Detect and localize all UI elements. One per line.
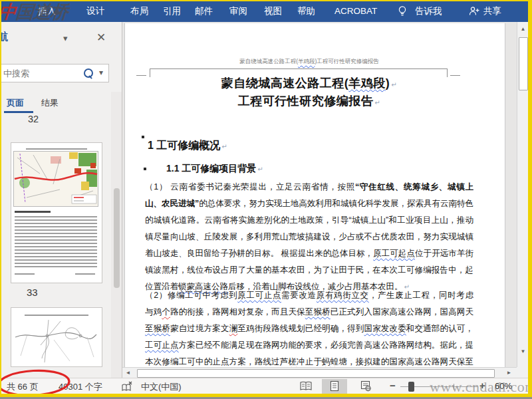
scroll-right-icon[interactable]: ► xyxy=(503,368,515,378)
text-run: 的城镇化道路。云南省将实施差别化的土地政策，引导“城镇上山”和工业项目上山，推动… xyxy=(145,215,473,229)
heading-1: 1 工可修编概况↵ xyxy=(148,139,227,153)
heading-1-1: 1.1 工可修编项目背景↵ xyxy=(166,163,263,175)
vertical-scrollbar[interactable]: ▲ ▼ xyxy=(517,22,529,367)
web-layout-icon xyxy=(360,380,372,392)
document-text-line: 工可止点方案已经不能满足现在路网功能的要求，必须完善高速公路路网结构。据此，提出 xyxy=(145,337,473,354)
text-run: 澜 xyxy=(229,324,238,333)
ribbon-tab-2[interactable]: 设计 xyxy=(86,0,104,22)
vertical-scrollbar-thumb[interactable] xyxy=(519,37,528,90)
text-run: 原工可起点 xyxy=(373,249,415,258)
map-figure xyxy=(13,151,98,207)
text-run: ，产生废止工程，同时考虑 xyxy=(369,291,473,300)
page-33-thumbnail[interactable] xyxy=(11,142,102,283)
ribbon-tab-5[interactable]: 邮件 xyxy=(195,0,213,22)
ribbon-tab-6[interactable]: 审阅 xyxy=(229,0,247,22)
nav-tab-results[interactable]: 结果 xyxy=(41,97,59,109)
nav-tab-pages-underline xyxy=(4,111,33,113)
language-status[interactable]: 中文(中国) xyxy=(141,381,182,393)
text-run: 镇波黑村，线位布设占用了大量的基本农田，为了让田于民，在本次工可修编报告中，起点 xyxy=(145,265,473,279)
navigation-pane-title: 导航 xyxy=(1,31,8,43)
document-text-line: （1） 云南省委书记秦光荣提出，立足云南省情，按照“守住红线、统筹城乡、城镇上 xyxy=(145,179,473,196)
document-text-line: 的城镇化道路。云南省将实施差别化的土地政策，引导“城镇上山”和工业项目上山，推动… xyxy=(145,212,473,229)
text-run: 方案已经不能满足现在路网功能的要求，必须完善高速公路路网结构。据此，提出 xyxy=(145,340,473,354)
screenshot-border-top xyxy=(0,0,532,1)
scroll-down-icon[interactable]: ▼ xyxy=(517,346,529,357)
ribbon-tab-7[interactable]: 视图 xyxy=(264,0,282,22)
text-run: 至猴桥 xyxy=(305,307,331,317)
ribbon-tab-3[interactable]: 布局 xyxy=(130,0,148,22)
text-run: 塘，接拟建的国家高速公路网天保 xyxy=(338,357,465,366)
watermark-char: 中 xyxy=(0,2,17,22)
text-run: 镇尽量向山坡、丘陵发展，多利用荒山荒坡搞建设，少占或不占优质农田，努力实现城镇朝 xyxy=(145,232,473,245)
text-run: 蒙自绕城高速公路工程( xyxy=(239,58,298,65)
text-run: “守住红线、统筹城乡、城镇上 xyxy=(355,182,473,192)
header-boundary-line xyxy=(150,68,447,69)
nav-tab-pages[interactable]: 页面 xyxy=(7,97,24,109)
pane-divider[interactable] xyxy=(122,22,122,378)
text-run: 原有鸡街立交 xyxy=(317,291,369,300)
print-layout-button[interactable] xyxy=(322,379,347,394)
text-run: 羊鸡段 xyxy=(348,76,386,90)
document-title-line-1: 蒙自绕城高速公路工程(羊鸡段)↵ xyxy=(145,75,473,91)
page-number-label-32: 32 xyxy=(28,114,39,124)
page-34-thumbnail[interactable] xyxy=(11,307,102,367)
zoom-slider-thumb[interactable] xyxy=(408,382,414,392)
text-run: 1.1 工可修编项目背景 xyxy=(166,163,256,174)
document-text-line: 至猴桥蒙自过境方案文澜至鸡街段路线规划已经明确，得到国家发改委和交通部的认可，原 xyxy=(145,321,473,337)
navigation-pane: 导航 ▾ ✕ ▾ 页面 结果 32 xyxy=(1,22,122,378)
scroll-left-icon[interactable]: ◄ xyxy=(122,368,134,378)
paragraph-2: （2）修编工可中考虑到原工可止点需要改造原有鸡街立交，产生废止工程，同时考虑与鸡… xyxy=(145,287,473,370)
lightbulb-icon xyxy=(398,5,407,17)
document-text-line: 镇尽量向山坡、丘陵发展，多利用荒山荒坡搞建设，少占或不占优质农田，努力实现城镇朝 xyxy=(145,229,473,245)
text-run: ) xyxy=(386,76,390,90)
page-header-text: 蒙自绕城高速公路工程(羊鸡段)工程可行性研究修编报告 xyxy=(145,58,473,66)
pane-options-caret-icon[interactable]: ▾ xyxy=(63,33,68,43)
document-text-line: 山、农民进城”的总体要求，努力实现土地高效利用和城镇化科学发展，探索具有云南特色 xyxy=(145,196,473,212)
ribbon-tab-8[interactable]: 帮助 xyxy=(297,0,315,22)
print-layout-icon xyxy=(329,380,340,392)
heading-anchor-square xyxy=(144,168,146,170)
text-run: 工可止点 xyxy=(145,340,179,350)
text-run: 和交通部的认可， xyxy=(406,324,473,333)
document-text-line: （2）修编工可中考虑到原工可止点需要改造原有鸡街立交，产生废止工程，同时考虑 xyxy=(145,287,473,304)
word-application-window: 告诉我 共享 插入设计布局引用邮件审阅视图帮助ACROBAT 导航 ▾ ✕ ▾ … xyxy=(0,0,532,399)
text-run: 羊鸡段 xyxy=(298,58,315,65)
text-run: （2）修编工可中考虑到 xyxy=(145,291,237,300)
zoom-out-button[interactable]: − xyxy=(390,380,396,391)
read-mode-button[interactable] xyxy=(293,379,319,394)
web-layout-button[interactable] xyxy=(353,379,378,394)
ribbon-tab-9[interactable]: ACROBAT xyxy=(334,0,377,22)
document-text-line: 与鸡个路的衔接，路网相对复杂，而且天保至猴桥已正式列入国家高速公路网，国高网天保 xyxy=(145,304,473,321)
text-run: （1） 云南省委书记秦光荣提出，立足云南省情，按照 xyxy=(145,182,355,192)
paragraph-mark: ↵ xyxy=(391,81,397,88)
text-run: 蒙自过境方案文 xyxy=(170,324,229,333)
nav-pane-scrollbar-thumb[interactable] xyxy=(114,188,120,288)
ribbon-tab-4[interactable]: 引用 xyxy=(163,0,181,22)
text-run: 槎 xyxy=(288,357,297,366)
page-number-label-33: 33 xyxy=(27,287,38,298)
paragraph-mark: ↵ xyxy=(221,143,227,150)
document-title-line-2: 工程可行性研究修编报告↵ xyxy=(145,93,473,109)
pane-close-icon[interactable]: ✕ xyxy=(96,31,106,45)
text-run: 着山坡走、良田留给子孙耕的目标。 根据提出来的总体目标， xyxy=(145,249,373,258)
text-run: 路的衔接，路网相对复杂，而且天保 xyxy=(170,307,305,317)
paragraph-mark: ↵ xyxy=(374,99,380,106)
text-run: 原工可止点 xyxy=(237,291,281,300)
scroll-up-icon[interactable]: ▲ xyxy=(517,24,529,35)
tell-me-label[interactable]: 告诉我 xyxy=(415,0,442,22)
screenshot-border-right xyxy=(528,0,532,399)
text-run: 冲止于 xyxy=(297,357,322,366)
share-person-icon xyxy=(469,6,480,17)
share-label[interactable]: 共享 xyxy=(483,0,501,22)
text-run: 工程可行性研究修编报告 xyxy=(238,94,374,108)
horizontal-scrollbar[interactable]: ◄ ► xyxy=(122,367,528,378)
horizontal-scrollbar-thumb[interactable] xyxy=(137,369,495,378)
ribbon-tab-bar: 告诉我 共享 插入设计布局引用邮件审阅视图帮助ACROBAT xyxy=(0,0,532,22)
search-options-caret-icon[interactable]: ▾ xyxy=(99,68,103,77)
text-run: 1 工可修编概况 xyxy=(148,140,220,151)
document-text-line: 着山坡走、良田留给子孙耕的目标。 根据提出来的总体目标，原工可起点位于开远市羊街 xyxy=(145,245,473,262)
paragraph-1: （1） 云南省委书记秦光荣提出，立足云南省情，按照“守住红线、统筹城乡、城镇上山… xyxy=(145,179,473,295)
road-junction-figure xyxy=(14,319,98,364)
text-run: 国家发改委 xyxy=(364,324,406,333)
proofing-errors-icon[interactable] xyxy=(121,381,133,392)
